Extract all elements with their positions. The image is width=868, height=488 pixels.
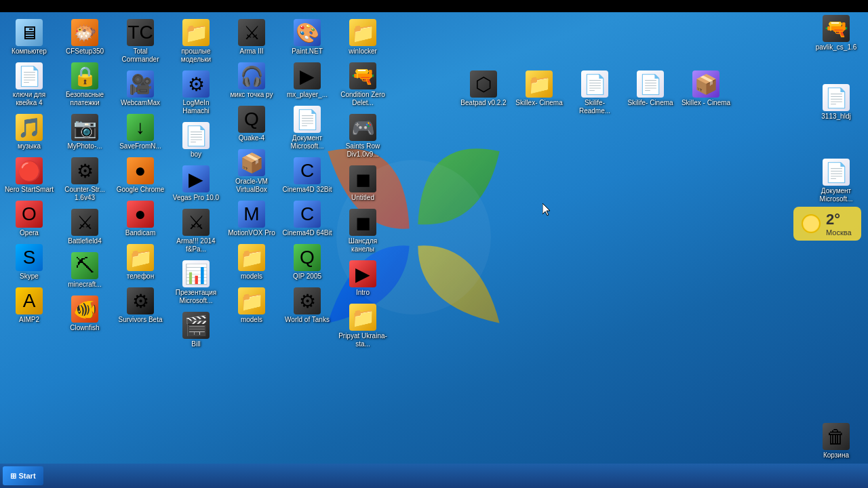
right-icon-doc_ms_right[interactable]: 📄Документ Microsoft...: [810, 156, 863, 206]
cfsetup-label: CFSetup350: [66, 47, 104, 56]
skype-icon: S: [16, 244, 43, 271]
desktop-icon-doc_ms[interactable]: 📄Документ Microsoft...: [281, 103, 334, 153]
desktop-icon-arma3bandicam[interactable]: ⚔Arma!!! 2014 f&Pa...: [170, 206, 222, 256]
desktop-icon-pripyat[interactable]: 📁Pripyat Ukraina-sta...: [336, 301, 389, 351]
desktop-icon-survivors[interactable]: ⚙Survivors Beta: [114, 285, 167, 327]
desktop-icon-clownfish[interactable]: 🐠Clownfish: [58, 293, 111, 335]
weather-widget[interactable]: 2° Москва: [793, 207, 861, 241]
desktop-icon-klyuchi[interactable]: 📄ключи для квейка 4: [3, 60, 56, 110]
desktop-icon-boy[interactable]: 📄boy: [170, 119, 222, 161]
desktop-icon-quake4[interactable]: QQuake-4: [225, 103, 278, 145]
desktop-icon-paintnet[interactable]: 🎨Paint.NET: [281, 16, 334, 58]
cinema4d_32-label: Cinema4D 32Bit: [283, 186, 332, 194]
desktop-icon-winlocker[interactable]: 📁winlocker: [336, 16, 389, 58]
clownfish-icon: 🐠: [71, 296, 98, 323]
desktop-icon-mxplayer[interactable]: ▶mx_player_...: [281, 60, 334, 102]
desktop-icon-computer[interactable]: 🖥Компьютер: [3, 16, 56, 58]
desktop-icon-proshmodelki[interactable]: 📁прошлые модельки: [170, 16, 222, 66]
desktop-icon-wot[interactable]: ⚙World of Tanks: [281, 285, 334, 327]
models2-icon: 📁: [238, 287, 265, 314]
models-label: models: [241, 272, 262, 281]
desktop-icon-untitled[interactable]: ◼Untitled: [336, 163, 389, 205]
desktop-icon-opera[interactable]: OOpera: [3, 198, 56, 240]
desktop-icon-skype[interactable]: SSkype: [3, 241, 56, 283]
folder-icon-skillex_cinema2[interactable]: 📦Skillex - Cinema: [679, 68, 732, 118]
desktop-icon-minecraft[interactable]: ⛏minecraft...: [58, 249, 111, 291]
cinema4d_64-icon: C: [294, 201, 321, 228]
right-icon-pavlik[interactable]: 🔫pavlik_cs_1.6: [810, 12, 863, 54]
desktop-icon-mixpoint[interactable]: 🎧микс точка ру: [225, 60, 278, 102]
shkola-icon: ◼: [349, 209, 376, 236]
minecraft-label: minecraft...: [68, 281, 101, 289]
desktop-icon-cinema4d_64[interactable]: CCinema4D 64Bit: [281, 198, 334, 240]
muzika-label: музыка: [18, 142, 41, 150]
models2-label: models: [241, 316, 262, 324]
desktop-icon-muzika[interactable]: 🎵музыка: [3, 111, 56, 153]
desktop-icon-battlefield[interactable]: ⚔Battlefield4: [58, 206, 111, 248]
google-icon: ●: [127, 157, 154, 184]
desktop-icon-totalcmd[interactable]: TCTotal Commander: [114, 16, 167, 66]
desktop-icon-aimp2[interactable]: AAIMP2: [3, 285, 56, 327]
boy-icon: 📄: [182, 122, 210, 149]
skilife_cinema-label: Skilife- Cinema: [627, 99, 673, 107]
desktop-icon-arma3[interactable]: ⚔Arma III: [225, 16, 278, 58]
intro-icon: ▶: [349, 260, 376, 287]
beatpad-label: Beatpad v0.2.2: [460, 99, 506, 107]
desktop-icon-bandicam[interactable]: ●Bandicam: [114, 198, 167, 240]
desktop-icon-savefromnet[interactable]: ↓SaveFromN...: [114, 111, 167, 153]
folder-icon-skillex_cinema[interactable]: 📁Skillex- Cinema: [513, 68, 566, 118]
folder-icon-beatpad[interactable]: ⬡Beatpad v0.2.2: [457, 68, 510, 118]
desktop-icon-counter[interactable]: ⚙Counter-Str... 1.6v43: [58, 155, 111, 205]
desktop-icon-saintsrow[interactable]: 🎮Saints Row Div1.0v9...: [336, 111, 389, 161]
qip-icon: Q: [294, 244, 321, 271]
condition-icon: 🔫: [349, 62, 376, 89]
right-icon-doc_3113[interactable]: 📄3113_hldj: [810, 81, 863, 123]
desktop-icon-webcam[interactable]: 🎥WebcamMax: [114, 68, 167, 110]
saintsrow-label: Saints Row Div1.0v9...: [338, 142, 388, 159]
muzika-icon: 🎵: [16, 114, 43, 141]
desktop-icon-prezent[interactable]: 📊Презентация Microsoft...: [170, 258, 222, 308]
desktop-icon-qip[interactable]: QQIP 2005: [281, 241, 334, 283]
bandicam-label: Bandicam: [125, 229, 155, 237]
desktop-icon-intro[interactable]: ▶Intro: [336, 258, 389, 300]
quake4-label: Quake-4: [239, 134, 264, 142]
pavlik-icon: 🔫: [823, 15, 850, 42]
desktop-icon-google[interactable]: ●Google Chrome: [114, 155, 167, 197]
desktop-icon-condition[interactable]: 🔫Condition Zero Delet...: [336, 60, 389, 110]
mxplayer-icon: ▶: [294, 62, 321, 89]
webcam-label: WebcamMax: [121, 99, 160, 107]
wot-label: World of Tanks: [285, 316, 330, 324]
right-icon-korzina[interactable]: 🗑Корзина: [810, 420, 863, 462]
top-bar: [0, 0, 868, 12]
desktop-icon-cfsetup[interactable]: 🐡CFSetup350: [58, 16, 111, 58]
desktop-icon-models2[interactable]: 📁models: [225, 285, 278, 327]
desktop-icon-motionvox[interactable]: MMotionVOX Pro: [225, 198, 278, 240]
google-label: Google Chrome: [117, 186, 165, 194]
start-button[interactable]: ⊞ Start: [3, 466, 43, 485]
savefromnet-icon: ↓: [127, 114, 154, 141]
webcam-icon: 🎥: [127, 70, 154, 98]
desktop-icon-models[interactable]: 📁models: [225, 241, 278, 283]
desktop-icon-myphoto[interactable]: 📷MyPhoto-...: [58, 111, 111, 153]
doc_ms-icon: 📄: [294, 106, 321, 133]
desktop-icon-vegas[interactable]: ▶Vegas Pro 10.0: [170, 163, 222, 205]
clownfish-label: Clownfish: [70, 324, 99, 332]
korzina-label: Корзина: [823, 451, 849, 460]
desktop-icon-telefon[interactable]: 📁телефон: [114, 241, 167, 283]
desktop-icon-logmein[interactable]: ⚙LogMeIn Hamachi: [170, 68, 222, 118]
taskbar: ⊞ Start: [0, 464, 868, 488]
desktop-icon-cinema4d_32[interactable]: CCinema4D 32Bit: [281, 155, 334, 197]
desktop-icon-nero[interactable]: 🔴Nero StartSmart: [3, 155, 56, 197]
cinema4d_32-icon: C: [294, 157, 321, 184]
desktop-icon-oracle[interactable]: 📦Oracle-VM VirtualBox: [225, 146, 278, 197]
folder-icon-readme[interactable]: 📄Skilife- Readme...: [568, 68, 621, 118]
battlefield-icon: ⚔: [71, 209, 98, 236]
desktop-icon-bezop[interactable]: 🔒Безопасные платежки: [58, 60, 111, 110]
vegas-label: Vegas Pro 10.0: [173, 194, 219, 202]
folder-icon-skilife_cinema[interactable]: 📄Skilife- Cinema: [624, 68, 677, 118]
korzina-icon: 🗑: [823, 423, 850, 450]
desktop-icon-shkola[interactable]: ◼Шансдля канелы: [336, 206, 389, 256]
readme-icon: 📄: [581, 70, 608, 98]
paintnet-label: Paint.NET: [292, 47, 323, 56]
desktop-icon-bill[interactable]: 🎬Bill: [170, 309, 222, 351]
